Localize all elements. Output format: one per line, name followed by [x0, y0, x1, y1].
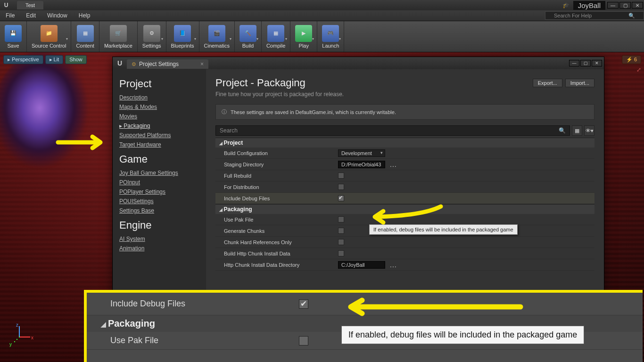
callout-use-pak-checkbox: [299, 336, 308, 346]
full-rebuild-checkbox[interactable]: [338, 173, 344, 179]
sidebar-item-target-hardware[interactable]: Target Hardware: [119, 140, 206, 149]
sidebar-item-pouisettings[interactable]: POUISettings: [119, 197, 206, 206]
search-icon: 🔍: [623, 13, 641, 19]
chunk-hard-checkbox[interactable]: [338, 239, 344, 245]
browse-button[interactable]: ...: [390, 261, 397, 269]
tooltip-include-debug: If enabled, debug files will be included…: [369, 224, 518, 235]
project-settings-dialog: U ⚙ Project Settings × — ▢ ✕ Project Des…: [112, 57, 604, 295]
toolbar-cinematics-button[interactable]: 🎬Cinematics▾: [199, 21, 235, 52]
help-search-input[interactable]: Search For Help 🔍: [545, 11, 644, 20]
sidebar-item-movies[interactable]: Movies: [119, 112, 206, 121]
export-button[interactable]: Export...: [533, 79, 562, 87]
settings-content: Project - Packaging Fine tune how your p…: [206, 69, 604, 294]
include-debug-files-checkbox[interactable]: [338, 195, 344, 201]
build-http-chunk-checkbox[interactable]: [338, 250, 344, 256]
menu-edit[interactable]: Edit: [20, 12, 41, 19]
viewport-perspective-button[interactable]: ▸ Perspective: [3, 55, 43, 64]
toolbar-marketplace-button[interactable]: 🛒Marketplace: [99, 21, 138, 52]
callout-tooltip: If enabled, debug files will be included…: [341, 326, 584, 344]
toolbar-blueprints-button[interactable]: 📘Blueprints▾: [166, 21, 199, 52]
settings-search-input[interactable]: Search 🔍: [215, 125, 570, 136]
menu-file[interactable]: File: [0, 12, 20, 19]
project-name: JoyBall: [573, 1, 605, 10]
main-toolbar: 💾Save 📁Source Control▾ ▦Content 🛒Marketp…: [0, 21, 644, 52]
callout-include-debug-checkbox: [299, 299, 308, 309]
sidebar-item-ai-system[interactable]: AI System: [119, 234, 206, 244]
level-tab[interactable]: Test: [17, 1, 43, 9]
toolbar-content-button[interactable]: ▦Content: [71, 21, 99, 52]
toolbar-settings-button[interactable]: ⚙Settings▾: [138, 21, 166, 52]
label-build-config: Build Configuration: [215, 150, 338, 156]
info-icon: ⓘ: [222, 108, 227, 115]
page-title: Project - Packaging: [215, 77, 533, 89]
perf-badge[interactable]: ⚡ 6: [622, 55, 641, 64]
sidebar-heading-game: Game: [119, 153, 206, 165]
label-staging-dir: Staging Directory: [215, 162, 338, 167]
sidebar-item-poplayer-settings[interactable]: POPlayer Settings: [119, 187, 206, 197]
view-eye-icon[interactable]: 👁▾: [584, 125, 594, 136]
sidebar-item-animation[interactable]: Animation: [119, 244, 206, 253]
unreal-logo-icon: U: [0, 0, 12, 10]
sidebar-item-joyball-settings[interactable]: Joy Ball Game Settings: [119, 168, 206, 178]
sidebar-item-maps-modes[interactable]: Maps & Modes: [119, 102, 206, 112]
tab-close-icon[interactable]: ×: [200, 61, 204, 67]
dialog-maximize-button[interactable]: ▢: [580, 60, 591, 66]
menu-help[interactable]: Help: [73, 12, 96, 19]
build-config-dropdown[interactable]: Development: [338, 149, 385, 157]
label-use-pak: Use Pak File: [215, 217, 338, 222]
sidebar-item-settings-base[interactable]: Settings Base: [119, 206, 206, 215]
toolbar-launch-button[interactable]: 🎮Launch▾: [317, 21, 344, 52]
axis-gizmo: z x y: [8, 324, 32, 349]
browse-button[interactable]: ...: [390, 161, 397, 168]
viewport-lit-button[interactable]: ▸ Lit: [45, 55, 64, 64]
sidebar-heading-engine: Engine: [119, 219, 206, 231]
sidebar-item-packaging[interactable]: Packaging: [119, 121, 206, 131]
use-pak-checkbox[interactable]: [338, 216, 344, 222]
window-maximize-button[interactable]: ▢: [619, 2, 631, 8]
viewport-scene-content: [0, 52, 113, 198]
dialog-tab[interactable]: ⚙ Project Settings ×: [127, 59, 208, 69]
label-full-rebuild: Full Rebuild: [215, 173, 338, 179]
viewport-show-button[interactable]: Show: [65, 55, 87, 64]
sidebar-item-supported-platforms[interactable]: Supported Platforms: [119, 131, 206, 140]
sidebar-item-poinput[interactable]: POInput: [119, 178, 206, 187]
annotation-zoom-callout: Include Debug Files Packaging Use Pak Fi…: [84, 290, 643, 362]
gear-icon: ⚙: [132, 61, 136, 67]
window-close-button[interactable]: ✕: [632, 2, 643, 8]
staging-dir-field[interactable]: D:/PrimeOrbial43: [338, 161, 385, 168]
toolbar-play-button[interactable]: ▶Play▾: [290, 21, 317, 52]
label-chunk-hard: Chunk Hard References Only: [215, 239, 338, 245]
dialog-minimize-button[interactable]: —: [569, 60, 579, 66]
search-icon: 🔍: [559, 127, 566, 134]
info-banner: ⓘ These settings are saved in DefaultGam…: [215, 104, 594, 120]
toolbar-build-button[interactable]: 🔨Build▾: [235, 21, 262, 52]
label-generate-chunks: Generate Chunks: [215, 228, 338, 234]
callout-label-include-debug: Include Debug Files: [87, 299, 289, 309]
view-grid-icon[interactable]: ▦: [572, 125, 582, 136]
settings-sidebar: Project Description Maps & Modes Movies …: [113, 69, 206, 294]
window-titlebar: U Test 🎓 JoyBall — ▢ ✕: [0, 0, 644, 10]
label-include-debug-files: Include Debug Files: [215, 196, 338, 201]
generate-chunks-checkbox[interactable]: [338, 228, 344, 234]
http-dir-field[interactable]: C:/JoyBall: [338, 261, 385, 269]
main-menubar: File Edit Window Help Search For Help 🔍: [0, 10, 644, 21]
panel-expand-icon[interactable]: ⤢: [636, 66, 641, 73]
window-minimize-button[interactable]: —: [607, 2, 619, 8]
section-packaging[interactable]: Packaging: [215, 204, 594, 214]
graduation-icon[interactable]: 🎓: [562, 2, 570, 8]
label-for-distribution: For Distribution: [215, 184, 338, 190]
unreal-logo-icon: U: [113, 59, 127, 67]
toolbar-save-button[interactable]: 💾Save: [0, 21, 27, 52]
dialog-close-button[interactable]: ✕: [592, 60, 602, 66]
section-project[interactable]: Project: [215, 138, 594, 148]
toolbar-compile-button[interactable]: ▦Compile▾: [262, 21, 290, 52]
label-http-dir: Http Chunk Install Data Directory: [215, 262, 338, 268]
sidebar-heading-project: Project: [119, 78, 206, 90]
menu-window[interactable]: Window: [41, 12, 73, 19]
sidebar-item-description[interactable]: Description: [119, 93, 206, 102]
toolbar-source-control-button[interactable]: 📁Source Control▾: [27, 21, 71, 52]
import-button[interactable]: Import...: [565, 79, 594, 87]
callout-label-use-pak: Use Pak File: [87, 336, 289, 346]
page-subtitle: Fine tune how your project is packaged f…: [215, 91, 533, 98]
for-distribution-checkbox[interactable]: [338, 184, 344, 190]
